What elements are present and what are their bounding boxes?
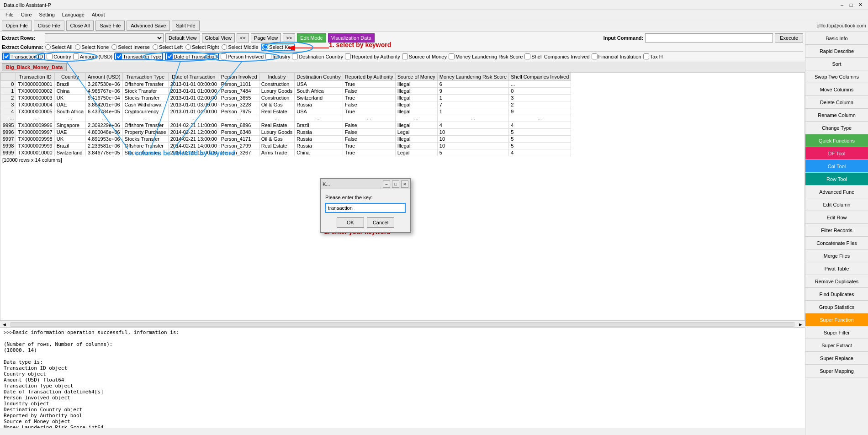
sidebar-super-replace[interactable]: Super Replace [805,352,868,365]
checkbox-destination-country[interactable]: Destination Country [292,53,343,59]
checkbox-source-of-money[interactable]: Source of Money [402,53,447,59]
menu-file[interactable]: File [2,11,17,18]
close-file-button[interactable]: Close File [34,21,64,31]
horizontal-scrollbar[interactable]: ◄ ► [0,321,805,327]
dialog-cancel-button[interactable]: Cancel [367,218,394,228]
checkbox-industry[interactable]: Industry [265,53,290,59]
radio-select-left[interactable]: Select Left [153,44,183,50]
checkbox-tax-h[interactable]: Tax H [643,53,663,59]
log-line: Data type is: [4,359,801,365]
advanced-save-button[interactable]: Advanced Save [127,21,170,31]
open-file-button[interactable]: Open File [2,21,32,31]
col-header-shell: Shell Companies Involved [509,73,571,81]
menu-core[interactable]: Core [17,11,36,18]
scroll-right-btn[interactable]: ► [796,322,805,327]
titlebar: Data.olllo Assistant-P – □ ✕ [0,0,868,10]
menu-setting[interactable]: Setting [36,11,58,18]
scroll-track[interactable] [11,322,794,327]
sidebar-advanced-func[interactable]: Advanced Func [805,186,868,198]
checkbox-transaction-id[interactable]: Transaction ID [2,53,45,60]
dialog-keyword-input[interactable] [325,203,406,213]
sidebar-concatenate-files[interactable]: Concatenate Files [805,237,868,249]
maximize-button[interactable]: □ [847,1,855,9]
table-cell: TX0000010000 [16,149,54,156]
checkbox-country[interactable]: Country [47,53,71,59]
close-button[interactable]: ✕ [856,1,864,9]
menu-about[interactable]: About [88,11,109,18]
radio-select-inverse[interactable]: Select Inverse [111,44,150,50]
save-file-button[interactable]: Save File [95,21,125,31]
input-command-field[interactable] [645,33,773,42]
checkbox-date-of-transaction[interactable]: Date of Transaction [165,53,219,60]
checkbox-shell-companies[interactable]: Shell Companies Involved [524,53,589,59]
table-cell: TX0000000004 [16,101,54,108]
sidebar-filter-records[interactable]: Filter Records [805,224,868,237]
default-view-button[interactable]: Default View [165,33,200,42]
sidebar-edit-row[interactable]: Edit Row [805,211,868,224]
sidebar-df-tool[interactable]: DF Tool [805,147,868,160]
extract-rows-select[interactable] [45,33,164,42]
sidebar-change-type[interactable]: Change Type [805,122,868,134]
radio-select-key[interactable]: Select Key [261,43,295,51]
sidebar-quick-functions[interactable]: Quick Functions [805,134,868,147]
minimize-button[interactable]: – [838,1,846,9]
radio-select-all[interactable]: Select All [45,44,72,50]
checkbox-transaction-type[interactable]: Transaction Type [114,53,163,60]
visualization-data-button[interactable]: Visualization Data [328,33,375,42]
file-tab[interactable]: Big_Black_Money_Data [2,63,67,71]
sidebar-rapid-describe[interactable]: Rapid Describe [805,45,868,58]
radio-select-right[interactable]: Select Right [185,44,219,50]
execute-button[interactable]: Execute [775,33,803,42]
sidebar-move-columns[interactable]: Move Columns [805,83,868,96]
table-cell: UAE [54,101,85,108]
checkbox-money-laundering[interactable]: Money Laundering Risk Score [449,53,523,59]
table-row: 9995TX0000009996Singapore2.309229e+06Off… [1,122,571,129]
checkbox-financial-institution[interactable]: Financial Institution [592,53,641,59]
sidebar-group-statistics[interactable]: Group Statistics [805,301,868,313]
edit-mode-button[interactable]: Edit Mode [297,33,326,42]
sidebar-basic-info[interactable]: Basic Info [805,32,868,45]
menu-language[interactable]: Language [58,11,88,18]
sidebar-merge-files[interactable]: Merge Files [805,249,868,262]
dialog-ok-button[interactable]: OK [337,218,364,228]
global-view-button[interactable]: Global View [202,33,235,42]
dialog-maximize-button[interactable]: □ [392,180,399,188]
sidebar-swap-two-columns[interactable]: Swap Two Columns [805,70,868,83]
prev-nav-button[interactable]: << [237,33,249,42]
checkbox-person-involved[interactable]: Person Involved [221,53,264,59]
sidebar-remove-duplicates[interactable]: Remove Duplicates [805,275,868,288]
sidebar-super-filter[interactable]: Super Filter [805,326,868,339]
next-nav-button[interactable]: >> [283,33,295,42]
sidebar-find-duplicates[interactable]: Find Duplicates [805,288,868,301]
table-cell: 9996 [1,129,16,136]
sidebar-super-mapping[interactable]: Super Mapping [805,365,868,377]
close-all-button[interactable]: Close All [66,21,94,31]
sidebar-super-function[interactable]: Super Function [805,313,868,326]
sidebar-rename-column[interactable]: Rename Column [805,109,868,122]
table-cell: China [295,149,343,156]
dialog-close-button[interactable]: ✕ [401,180,408,188]
checkbox-reported-by-authority[interactable]: Reported by Authority [345,53,400,59]
table-cell: False [343,136,395,143]
log-line: Transaction Type object [4,383,801,389]
sidebar-row-tool[interactable]: Row Tool [805,173,868,186]
sidebar-delete-column[interactable]: Delete Column [805,96,868,109]
table-cell: Person_7975 [219,108,259,115]
sidebar-sort[interactable]: Sort [805,58,868,70]
page-view-button[interactable]: Page View [251,33,281,42]
sidebar-edit-column[interactable]: Edit Column [805,198,868,211]
sidebar-col-tool[interactable]: Col Tool [805,160,868,173]
split-file-button[interactable]: Split File [172,21,199,31]
col-header-index [1,73,16,81]
sidebar-pivot-table[interactable]: Pivot Table [805,262,868,275]
radio-select-none[interactable]: Select None [75,44,109,50]
radio-select-middle[interactable]: Select Middle [222,44,258,50]
log-line: Money Laundering Risk Score int64 [4,424,801,428]
sidebar-super-extract[interactable]: Super Extract [805,339,868,352]
extract-columns-label: Extract Columns: [2,44,43,50]
table-row: 2TX0000000003UK9.416750e+04Stocks Transf… [1,95,571,101]
scroll-left-btn[interactable]: ◄ [0,322,9,327]
table-cell: Switzerland [295,95,343,101]
checkbox-amount-usd[interactable]: Amount (USD) [73,53,113,59]
dialog-minimize-button[interactable]: – [383,180,390,188]
